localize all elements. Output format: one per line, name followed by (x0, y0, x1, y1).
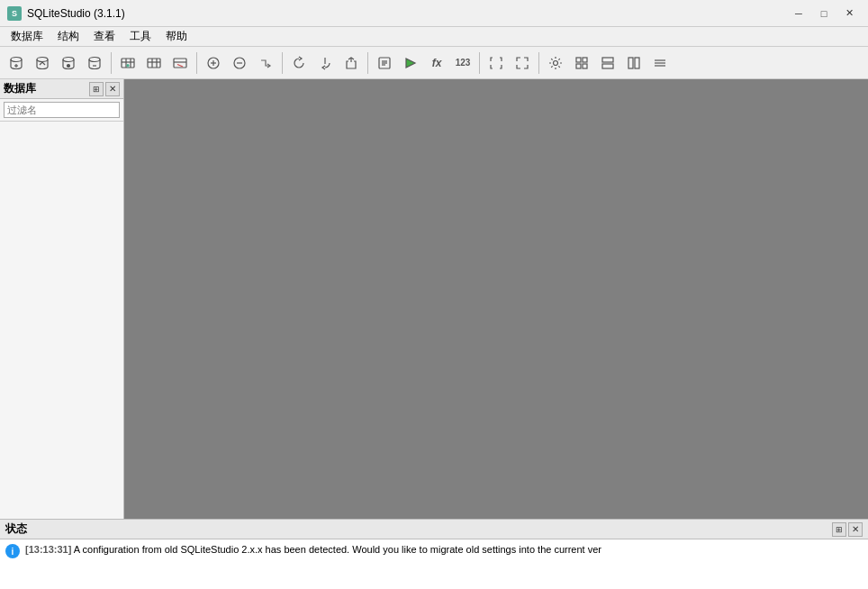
toolbar-export[interactable] (339, 50, 364, 76)
menu-view[interactable]: 查看 (86, 27, 122, 46)
toolbar-fx[interactable]: fx (424, 50, 449, 76)
toolbar-sql-editor[interactable] (372, 50, 397, 76)
toolbar-btn-b[interactable] (227, 50, 252, 76)
svg-rect-14 (148, 59, 160, 68)
svg-point-3 (37, 57, 48, 61)
menu-tools[interactable]: 工具 (122, 27, 158, 46)
toolbar-sep-1 (111, 52, 112, 74)
toolbar-btn-a[interactable] (201, 50, 226, 76)
toolbar-sep-6 (538, 52, 539, 74)
svg-rect-38 (602, 64, 613, 68)
title-text: SQLiteStudio (3.1.1) (27, 7, 787, 20)
close-button[interactable]: ✕ (837, 5, 861, 23)
status-close-button[interactable]: ✕ (848, 522, 863, 537)
toolbar-grid2[interactable] (595, 50, 620, 76)
toolbar-delete-table[interactable] (167, 50, 193, 76)
toolbar-grid1[interactable] (569, 50, 594, 76)
sidebar-filter-area: 过滤名 (0, 99, 123, 122)
status-bar-content: i [13:13:31] A configuration from old SQ… (0, 539, 868, 589)
menu-help[interactable]: 帮助 (158, 27, 194, 46)
toolbar-grid4[interactable] (647, 50, 673, 76)
svg-point-32 (554, 60, 558, 65)
toolbar-btn-c[interactable] (253, 50, 278, 76)
toolbar-sep-4 (367, 52, 368, 74)
toolbar-disconnect-db[interactable] (82, 50, 107, 76)
svg-line-20 (177, 64, 183, 67)
svg-rect-40 (635, 58, 639, 68)
window-controls: ─ □ ✕ (787, 5, 861, 23)
toolbar-run-sql[interactable] (398, 50, 423, 76)
status-info-icon: i (5, 544, 20, 558)
status-text: A configuration from old SQLiteStudio 2.… (74, 544, 601, 555)
svg-rect-35 (576, 64, 581, 68)
toolbar: fx 123 (0, 47, 868, 79)
fx-label: fx (432, 57, 442, 69)
toolbar-count[interactable]: 123 (450, 50, 475, 76)
toolbar-edit-table[interactable] (141, 50, 167, 76)
toolbar-open-db[interactable] (30, 50, 55, 76)
svg-point-6 (89, 57, 100, 61)
sidebar-filter-input[interactable]: 过滤名 (4, 102, 120, 118)
toolbar-connect-db[interactable] (56, 50, 81, 76)
svg-rect-39 (628, 58, 633, 68)
maximize-button[interactable]: □ (812, 5, 836, 23)
toolbar-import[interactable] (312, 50, 338, 76)
toolbar-refresh[interactable] (286, 50, 312, 76)
menu-structure[interactable]: 结构 (50, 27, 86, 46)
status-message: [13:13:31] A configuration from old SQLi… (25, 543, 601, 557)
toolbar-sep-3 (282, 52, 283, 74)
count-label: 123 (456, 58, 471, 68)
main-area: 数据库 ⊞ ✕ 过滤名 (0, 79, 868, 519)
menu-database[interactable]: 数据库 (4, 27, 50, 46)
toolbar-expand[interactable] (484, 50, 509, 76)
workspace (124, 79, 868, 519)
toolbar-new-db[interactable] (4, 50, 29, 76)
toolbar-collapse[interactable] (510, 50, 535, 76)
svg-rect-37 (602, 58, 613, 62)
app-icon: S (7, 6, 22, 21)
sidebar-title: 数据库 (4, 81, 36, 96)
svg-point-5 (68, 64, 70, 67)
toolbar-sep-2 (196, 52, 197, 74)
svg-rect-33 (576, 58, 581, 62)
svg-rect-34 (583, 58, 587, 62)
status-time: [13:13:31] (25, 544, 71, 555)
status-bar-area: 状态 ⊞ ✕ i [13:13:31] A configuration from… (0, 519, 868, 589)
status-bar-header: 状态 ⊞ ✕ (0, 520, 868, 539)
toolbar-sep-5 (479, 52, 480, 74)
sidebar-float-button[interactable]: ⊞ (89, 82, 104, 96)
svg-point-0 (11, 57, 22, 61)
sidebar-header: 数据库 ⊞ ✕ (0, 79, 123, 99)
toolbar-new-table[interactable] (115, 50, 140, 76)
svg-rect-36 (583, 64, 587, 68)
sidebar: 数据库 ⊞ ✕ 过滤名 (0, 79, 124, 519)
sidebar-close-button[interactable]: ✕ (105, 82, 120, 96)
svg-point-4 (63, 57, 74, 61)
toolbar-settings[interactable] (543, 50, 568, 76)
status-bar-title: 状态 (5, 521, 27, 537)
toolbar-grid3[interactable] (621, 50, 646, 76)
status-float-button[interactable]: ⊞ (832, 522, 846, 537)
minimize-button[interactable]: ─ (787, 5, 810, 23)
title-bar: S SQLiteStudio (3.1.1) ─ □ ✕ (0, 0, 868, 27)
menu-bar: 数据库 结构 查看 工具 帮助 (0, 27, 868, 47)
sidebar-content (0, 122, 123, 519)
svg-rect-18 (174, 59, 186, 68)
